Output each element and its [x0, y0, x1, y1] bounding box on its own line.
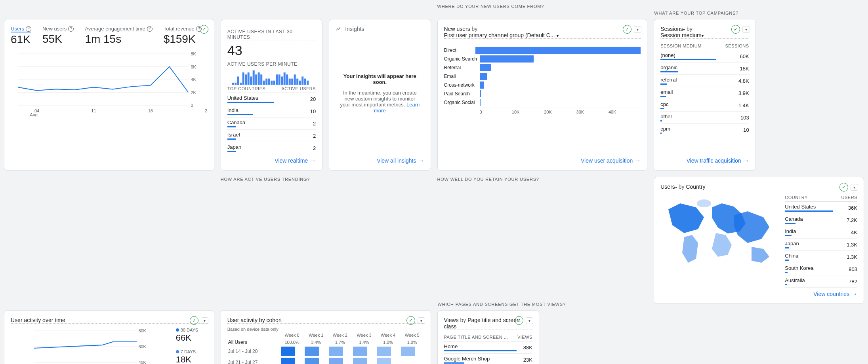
svg-text:11: 11	[91, 108, 96, 113]
section-header-retain: How well do you retain your users?	[437, 177, 648, 183]
view-insights-link[interactable]: View all insights→	[377, 157, 424, 164]
svg-text:6K: 6K	[191, 64, 196, 69]
card-menu-button[interactable]: ▾	[851, 184, 858, 191]
metric-users[interactable]: Users ? 61K	[11, 26, 31, 46]
table-row[interactable]: United States20	[227, 93, 316, 105]
metric-average engagement time[interactable]: Average engagement time ? 1m 15s	[85, 26, 152, 46]
hbar-row[interactable]: Cross-network	[444, 82, 641, 89]
card-menu-button[interactable]: ▾	[526, 317, 533, 324]
svg-rect-21	[247, 72, 249, 85]
table-row[interactable]: China1.3K	[785, 251, 857, 263]
world-map	[660, 193, 779, 269]
table-row[interactable]: Japan1.3K	[785, 239, 857, 251]
svg-rect-35	[283, 72, 285, 85]
table-row[interactable]: Australia782	[785, 275, 857, 288]
card-menu-button[interactable]: ▾	[742, 26, 750, 33]
svg-rect-32	[276, 74, 278, 85]
realtime-title: ACTIVE USERS IN LAST 30 MINUTES	[227, 29, 316, 40]
view-realtime-link[interactable]: View realtime→	[275, 157, 316, 164]
svg-rect-37	[288, 79, 290, 85]
svg-rect-42	[301, 76, 303, 85]
table-row[interactable]: Japan2	[227, 142, 316, 154]
hbar-row[interactable]: Paid Search	[444, 90, 641, 97]
svg-rect-43	[304, 79, 306, 85]
hbar-row[interactable]: Referral	[444, 64, 641, 71]
table-row[interactable]: Israel2	[227, 130, 316, 142]
hbar-row[interactable]: Email	[444, 73, 641, 80]
svg-text:18: 18	[148, 108, 153, 113]
help-icon[interactable]: ?	[68, 26, 74, 32]
view-traffic-link[interactable]: View traffic acquisition→	[687, 157, 749, 164]
metric-total revenue[interactable]: Total revenue ? $159K	[164, 26, 202, 46]
activity-legend: 30 DAYS66K7 DAYS18K1 DAY1.6K	[176, 327, 208, 364]
table-row[interactable]: Google Merch Shop23K	[444, 354, 532, 364]
hbar-row[interactable]: Organic Social	[444, 99, 641, 106]
table-row[interactable]: United States36K	[785, 202, 857, 214]
cohort-row: Jul 21 - Jul 27	[227, 357, 424, 364]
help-icon[interactable]: ?	[147, 26, 153, 32]
svg-rect-36	[286, 74, 288, 85]
status-check-icon: ✓	[839, 183, 848, 191]
table-row[interactable]: Home88K	[444, 341, 532, 354]
section-header-trending: How are active users trending?	[221, 177, 431, 183]
view-acquisition-link[interactable]: View user acquisition→	[581, 157, 641, 164]
realtime-perminute-title: ACTIVE USERS PER MINUTE	[227, 61, 316, 67]
table-row[interactable]: email3.9K	[660, 87, 749, 99]
section-header-pages: Which pages and screens get the most vie…	[438, 302, 566, 308]
status-check-icon: ✓	[515, 316, 523, 325]
realtime-bar-chart	[227, 70, 316, 85]
table-row[interactable]: Canada2	[227, 118, 316, 130]
svg-rect-29	[268, 79, 270, 85]
card-menu-button[interactable]: ▾	[201, 317, 208, 324]
card-menu-button[interactable]: ▾	[634, 26, 641, 33]
acquisition-title[interactable]: New users by First user primary channel …	[444, 26, 641, 39]
svg-rect-38	[291, 79, 293, 85]
realtime-card: ACTIVE USERS IN LAST 30 MINUTES 43 ACTIV…	[221, 19, 322, 171]
svg-rect-41	[299, 81, 301, 85]
section-header-campaigns: What are your top campaigns?	[654, 11, 738, 17]
svg-rect-44	[307, 81, 309, 85]
insights-body-text: In the meantime, you can create new cust…	[340, 90, 416, 108]
table-row[interactable]: India4K	[785, 226, 857, 239]
svg-rect-26	[260, 74, 262, 85]
insights-card: Insights Your Insights will appear here …	[329, 19, 431, 171]
svg-text:Aug: Aug	[30, 112, 38, 117]
acquisition-card: ✓▾ New users by First user primary chann…	[437, 19, 648, 171]
svg-rect-34	[281, 76, 283, 85]
help-icon[interactable]: ?	[26, 26, 31, 32]
metric-new users[interactable]: New users ? 55K	[42, 26, 74, 46]
table-row[interactable]: cpm10	[660, 124, 749, 136]
campaigns-table: SESSION MEDIUMSESSIONS(none)60Korganic18…	[660, 42, 749, 136]
svg-text:2K: 2K	[191, 90, 196, 95]
card-menu-button[interactable]: ▾	[418, 317, 425, 324]
table-row[interactable]: referral4.8K	[660, 75, 749, 87]
cohort-table: Week 0Week 1Week 2Week 3Week 4Week 5All …	[227, 332, 424, 364]
insights-icon	[336, 26, 342, 32]
hbar-row[interactable]: Organic Search	[444, 55, 641, 63]
table-row[interactable]: other103	[660, 112, 749, 124]
hbar-row[interactable]: Direct	[444, 47, 641, 54]
cohort-row: Jul 14 - Jul 20	[227, 346, 424, 357]
users-line-chart: 02K4K6K8K04111825Aug	[11, 50, 208, 117]
cohort-subtitle: Based on device data only	[227, 327, 424, 332]
svg-rect-25	[258, 72, 259, 85]
activity-line-chart: 020K40K60K80K04111825Aug	[11, 327, 172, 364]
table-row[interactable]: Canada7.2K	[785, 214, 857, 226]
realtime-countries-table: TOP COUNTRIESACTIVE USERSUnited States20…	[227, 85, 316, 154]
status-check-icon: ✓	[731, 25, 740, 34]
table-row[interactable]: cpc1.4K	[660, 99, 749, 112]
countries-title[interactable]: Users▾ by Country	[660, 184, 857, 190]
table-row[interactable]: organic18K	[660, 63, 749, 75]
svg-text:0: 0	[191, 103, 193, 108]
table-row[interactable]: India10	[227, 105, 316, 118]
svg-rect-17	[237, 76, 239, 85]
status-check-icon: ✓	[200, 25, 208, 34]
svg-rect-39	[294, 74, 296, 85]
table-row[interactable]: (none)60K	[660, 50, 749, 63]
activity-title: User activity over time	[11, 317, 208, 324]
table-row[interactable]: South Korea903	[785, 263, 857, 275]
view-countries-link[interactable]: View countries→	[813, 291, 857, 297]
insights-header: Insights	[345, 26, 364, 32]
svg-rect-33	[278, 74, 280, 85]
countries-table: COUNTRYUSERSUnited States36KCanada7.2KIn…	[785, 193, 857, 288]
